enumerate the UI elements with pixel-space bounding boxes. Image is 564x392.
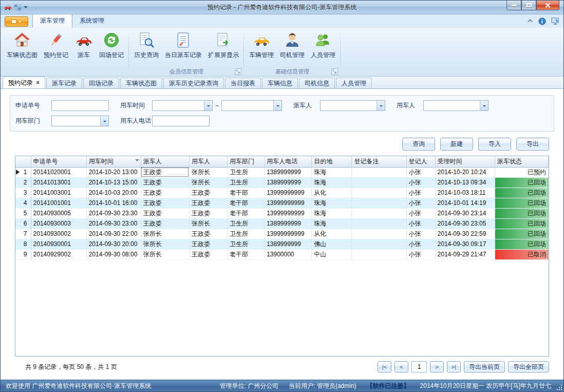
cell[interactable]: 佛山	[312, 239, 352, 249]
table-row[interactable]: 2201410130012014-10-13 15:00王政委张所长卫生所138…	[15, 177, 549, 188]
cell[interactable]: 小张	[406, 218, 435, 229]
cell[interactable]: 小张	[406, 249, 435, 259]
cell[interactable]: 20141013001	[31, 177, 86, 188]
row-indicator[interactable]: 2	[15, 177, 31, 188]
cell[interactable]: 2014-10-03 20:00	[86, 188, 141, 198]
cell[interactable]: 从化	[312, 188, 352, 198]
export-all-pages-button[interactable]: 导出全部页	[508, 361, 549, 372]
cell[interactable]: 13999999999	[265, 188, 312, 198]
cell[interactable]: 2014-09-30 23:00	[86, 218, 141, 229]
cell[interactable]	[352, 167, 406, 177]
cell[interactable]: 中山	[312, 249, 352, 259]
dispatcher-input[interactable]	[321, 101, 377, 110]
today-dispatch-records-button[interactable]: 当日派车记录	[162, 29, 205, 60]
table-row[interactable]: 3201410030012014-10-03 20:00王政委王政委老干部139…	[15, 188, 549, 198]
history-query-button[interactable]: 历史查询	[131, 29, 162, 60]
table-row[interactable]: 4201410010012014-10-01 16:00王政委王政委老干部139…	[15, 198, 549, 208]
cell[interactable]: 13999999999	[265, 208, 312, 218]
prev-page-button[interactable]: <	[394, 361, 408, 372]
cell[interactable]: 1389999999	[265, 239, 312, 249]
chevron-down-icon[interactable]	[377, 101, 385, 110]
cell[interactable]: 王政委	[189, 249, 227, 259]
cell[interactable]: 王政委	[189, 239, 227, 249]
cell[interactable]: 张所长	[141, 249, 189, 259]
use-time-to-input[interactable]	[222, 101, 273, 110]
cell[interactable]: 20141003001	[31, 188, 86, 198]
use-time-to-combo[interactable]	[221, 100, 282, 111]
cell[interactable]: 20140930001	[31, 239, 86, 249]
cell[interactable]: 2014-10-01 14:19	[435, 198, 495, 208]
app-icon[interactable]	[4, 3, 12, 11]
status-cell[interactable]: 已回场	[495, 208, 548, 218]
doc-tab-vehicle-info[interactable]: 车辆信息	[262, 78, 298, 88]
cell[interactable]: 小张	[406, 177, 435, 188]
status-cell[interactable]: 已回场	[495, 177, 548, 188]
collapse-ribbon-icon[interactable]	[527, 18, 533, 24]
cell[interactable]: 2014-10-03 18:11	[435, 188, 495, 198]
row-indicator[interactable]: 4	[15, 198, 31, 208]
user-input[interactable]	[424, 101, 480, 110]
cell[interactable]: 2014-10-13 15:00	[86, 177, 141, 188]
request-no-input[interactable]	[51, 100, 109, 111]
application-menu-button[interactable]	[5, 16, 28, 27]
query-button[interactable]: 查询	[402, 138, 435, 151]
column-header[interactable]: 用车人电话	[265, 156, 312, 167]
column-header[interactable]: 用车时间	[86, 156, 141, 167]
cell[interactable]: 2014-09-30 20:00	[86, 239, 141, 249]
cell[interactable]: 小张	[406, 167, 435, 177]
cell[interactable]: 张所长	[189, 167, 227, 177]
cell[interactable]: 卫生所	[228, 239, 265, 249]
row-indicator[interactable]: 8	[15, 239, 31, 249]
column-header[interactable]: 用车部门	[228, 156, 265, 167]
cell[interactable]: 张所长	[141, 239, 189, 249]
next-page-button[interactable]: >	[430, 361, 444, 372]
cell[interactable]: 2014-10-20 10:24	[435, 167, 495, 177]
status-cell[interactable]: 已回场	[495, 188, 548, 198]
cell[interactable]: 20140930005	[31, 208, 86, 218]
column-header[interactable]: 目的地	[312, 156, 352, 167]
row-indicator[interactable]: 7	[15, 229, 31, 239]
cell[interactable]: 王政委	[141, 167, 189, 177]
dialog-launcher-icon[interactable]	[235, 68, 241, 75]
status-cell[interactable]: 已回场	[495, 198, 548, 208]
cell[interactable]: 张所长	[189, 177, 227, 188]
cell[interactable]: 从化	[312, 229, 352, 239]
return-register-button[interactable]: 回场登记	[96, 29, 127, 60]
chevron-down-icon[interactable]	[273, 101, 281, 110]
table-row[interactable]: 7201409300022014-09-30 22:00张所长王政委卫生所139…	[15, 229, 549, 239]
table-row[interactable]: 9201409290022014-09-30 08:00张所长王政委老干部139…	[15, 249, 549, 259]
cell[interactable]: 1389999999	[265, 218, 312, 229]
column-header[interactable]: 用车人	[189, 156, 227, 167]
cell[interactable]: 2014-09-30 23:05	[435, 218, 495, 229]
license-status-text[interactable]: 【软件已注册】	[367, 382, 410, 390]
driver-management-button[interactable]: 司机管理	[277, 29, 308, 60]
import-button[interactable]: 导入	[478, 138, 511, 151]
column-header[interactable]: 申请单号	[31, 156, 86, 167]
cell[interactable]: 王政委	[189, 188, 227, 198]
ribbon-tab-dispatch-management[interactable]: 派车管理	[32, 14, 72, 28]
status-cell[interactable]: 已回场	[495, 239, 548, 249]
cell[interactable]: 老干部	[228, 249, 265, 259]
column-header[interactable]: 派车人	[141, 156, 189, 167]
cell[interactable]: 王政委	[189, 208, 227, 218]
column-header[interactable]: 登记备注	[352, 156, 406, 167]
cell[interactable]: 老干部	[228, 198, 265, 208]
cell[interactable]: 2014-09-30 23:14	[435, 208, 495, 218]
column-header[interactable]: 受理时间	[435, 156, 495, 167]
row-indicator[interactable]: 6	[15, 218, 31, 229]
cell[interactable]: 20140929002	[31, 249, 86, 259]
doc-tab-return-records[interactable]: 回场记录	[83, 78, 119, 88]
cell[interactable]: 珠海	[312, 177, 352, 188]
doc-tab-dispatch-records[interactable]: 派车记录	[46, 78, 82, 88]
cell[interactable]: 13999999999	[265, 198, 312, 208]
cell[interactable]: 13999999999	[265, 229, 312, 239]
table-row[interactable]: 8201409300012014-09-30 20:00张所长王政委卫生所138…	[15, 239, 549, 249]
cell[interactable]: 老干部	[228, 208, 265, 218]
cell[interactable]: 小张	[406, 239, 435, 249]
row-indicator[interactable]: 3	[15, 188, 31, 198]
vehicle-status-map-button[interactable]: 车辆状态图	[4, 29, 41, 60]
new-button[interactable]: 新建	[440, 138, 473, 151]
cell[interactable]: 小张	[406, 198, 435, 208]
department-input[interactable]	[52, 116, 100, 126]
chevron-down-icon[interactable]	[100, 116, 108, 126]
